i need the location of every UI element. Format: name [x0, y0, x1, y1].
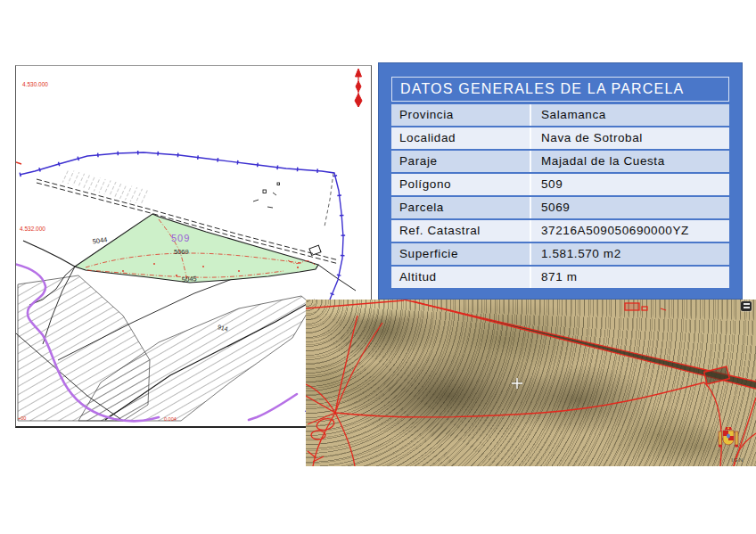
- crosshair-icon: [512, 378, 522, 389]
- layers-button-icon[interactable]: [741, 301, 752, 311]
- building-marks: [253, 183, 280, 208]
- row-label: Provincia: [391, 104, 530, 126]
- north-arrow-icon: [355, 69, 362, 107]
- table-row: Paraje Majadal de la Cuesta: [391, 151, 729, 172]
- row-label: Superficie: [391, 243, 530, 265]
- table-row: Superficie 1.581.570 m2: [391, 243, 729, 265]
- parcel-data-table: DATOS GENERALES DE LA PARCELA Provincia …: [378, 62, 743, 300]
- row-value: 871 m: [530, 267, 729, 288]
- row-value: 5069: [530, 197, 729, 218]
- row-label: Localidad: [391, 127, 530, 149]
- photo-attribution: IGN: [731, 457, 744, 463]
- row-label: Polígono: [391, 174, 530, 195]
- table-row: Polígono 509: [391, 174, 729, 195]
- aerial-photo: IGN: [306, 300, 756, 466]
- row-value: Nava de Sotrobal: [530, 127, 729, 149]
- table-row: Provincia Salamanca: [391, 104, 729, 126]
- row-label: Ref. Catastral: [391, 220, 530, 242]
- poligono-label: 509: [171, 233, 190, 243]
- page: 5044 509 5069 5045 914 4.530.000 4.532.0…: [0, 0, 756, 534]
- table-row: Ref. Catastral 37216A509050690000YZ: [391, 220, 729, 242]
- table-row: Parcela 5069: [391, 197, 729, 218]
- row-value: Majadal de la Cuesta: [530, 151, 729, 172]
- photo-overlay: [306, 300, 756, 466]
- parcel-label-5044: 5044: [92, 235, 108, 245]
- parcel-strip-clusters: [18, 168, 312, 421]
- coord-label-top: 4.530.000: [22, 81, 48, 87]
- coord-label-bottom-left: +00: [18, 415, 26, 421]
- row-label: Parcela: [391, 197, 530, 218]
- highlighted-parcel: [75, 214, 318, 283]
- row-value: 37216A509050690000YZ: [530, 220, 729, 242]
- table-row: Localidad Nava de Sotrobal: [391, 127, 729, 149]
- parcel-label-5045: 5045: [182, 275, 197, 283]
- row-value: 1.581.570 m2: [530, 243, 729, 265]
- photo-red-boundaries: [306, 300, 756, 466]
- row-label: Altitud: [391, 267, 530, 288]
- coord-label-bottom-mid: 0.004: [164, 416, 177, 422]
- parcela-label: 5069: [174, 248, 189, 256]
- table-title: DATOS GENERALES DE LA PARCELA: [391, 77, 729, 102]
- row-label: Paraje: [391, 151, 530, 172]
- table-row: Altitud 871 m: [391, 267, 729, 288]
- row-value: 509: [530, 174, 729, 195]
- coord-label-left: 4.532.000: [20, 226, 45, 232]
- row-value: Salamanca: [530, 104, 729, 126]
